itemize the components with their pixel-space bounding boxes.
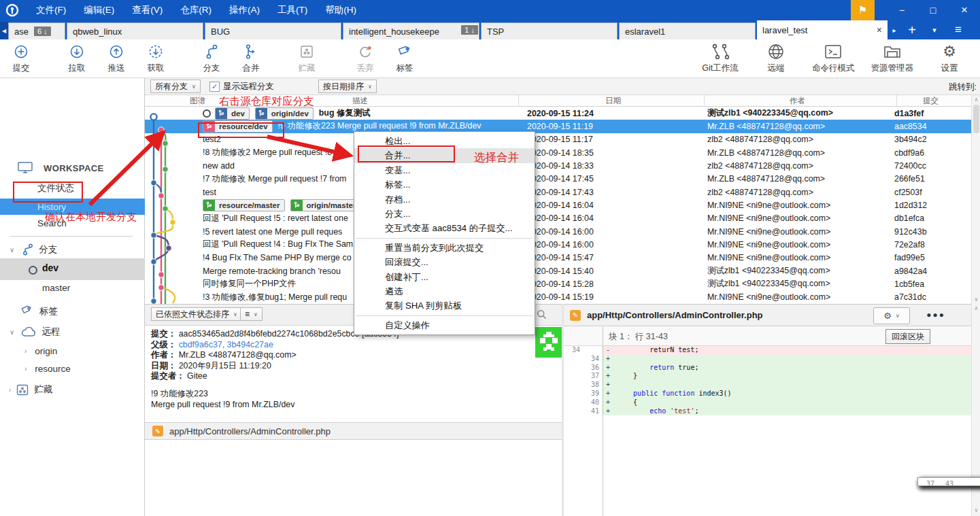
parent-commit-link[interactable]: cbdf9a6c37, 3b494c27ae: [179, 340, 273, 349]
table-row[interactable]: resource/masterorigin/master2020-09-14 1…: [145, 199, 971, 211]
new-tab-button[interactable]: +: [900, 22, 924, 38]
column-header-description[interactable]: 描述: [352, 96, 368, 106]
scrollbar-thumb[interactable]: [973, 105, 979, 133]
context-menu-item[interactable]: 创建补丁...: [354, 270, 535, 284]
table-row[interactable]: !5 revert latest one Merge pull reques20…: [145, 225, 971, 238]
show-remote-checkbox[interactable]: ✓ 显示远程分支: [209, 81, 274, 92]
context-menu-item[interactable]: 标签...: [354, 177, 535, 192]
sidebar-item-remote-resource[interactable]: › resource: [24, 364, 71, 374]
menubar-item[interactable]: 仓库(R): [171, 0, 220, 20]
toolbar-label: 资源管理器: [871, 63, 914, 74]
column-header-graph[interactable]: 图谱: [190, 96, 205, 106]
menubar-item[interactable]: 文件(F): [27, 0, 75, 20]
table-row[interactable]: 同时修复同一个PHP文件2020-09-14 15:28测试zlb1 <9402…: [145, 277, 971, 290]
sidebar-item-remote-origin[interactable]: › origin: [24, 346, 57, 356]
scroll-up-icon[interactable]: ∧: [972, 305, 980, 311]
branch-badge-resource/master: resource/master: [203, 199, 285, 211]
fetch-icon: [148, 41, 164, 62]
commit-message: !9 功能修改223 Merge pull request !9 from Mr…: [151, 389, 399, 410]
diff-marker: +: [602, 390, 617, 398]
toolbar-push-button[interactable]: 推送: [97, 41, 136, 74]
context-menu-item[interactable]: 交互式变基 aac8534 的子提交...: [354, 221, 535, 235]
context-menu-item[interactable]: 分支...: [354, 207, 535, 221]
context-menu-item[interactable]: 自定义操作: [354, 318, 535, 332]
table-row[interactable]: new add2020-09-14 18:33zlb2 <488747128@q…: [145, 159, 971, 172]
menubar-item[interactable]: 工具(T): [269, 0, 316, 20]
file-sort-dropdown[interactable]: 已依照文件状态排序∨: [151, 307, 242, 321]
tab-scroll-left-icon[interactable]: ◀: [0, 22, 8, 39]
toolbar-remote-button[interactable]: 远端: [754, 41, 798, 74]
tab-dropdown-icon[interactable]: ▾: [924, 26, 945, 35]
tab-BUG[interactable]: BUG: [205, 22, 341, 39]
toolbar-terminal-button[interactable]: 命令行模式: [809, 41, 858, 74]
menubar-item[interactable]: 查看(V): [123, 0, 171, 20]
changed-file-row[interactable]: ✎ app/Http/Controllers/AdminController.p…: [145, 422, 562, 440]
toolbar-merge-button[interactable]: 合并: [231, 41, 271, 74]
sort-order-dropdown[interactable]: 按日期排序∨: [318, 80, 377, 93]
sidebar-section-remotes[interactable]: ∨ 远程: [10, 326, 60, 338]
tab-close-icon[interactable]: ×: [871, 24, 882, 35]
search-icon[interactable]: [537, 309, 547, 322]
sidebar-section-tags[interactable]: 标签: [20, 305, 58, 317]
tab-intelligent_housekeepe[interactable]: intelligent_housekeepe1 ↓: [343, 22, 479, 39]
menubar-item[interactable]: 帮助(H): [316, 0, 365, 20]
column-header-date[interactable]: 日期: [605, 96, 621, 106]
table-row[interactable]: !7 功能修改 Merge pull request !7 from2020-0…: [145, 173, 971, 186]
sidebar-section-stash[interactable]: › 贮藏: [9, 383, 52, 396]
toolbar-fetch-button[interactable]: 获取: [136, 41, 175, 74]
diff-options-button[interactable]: ⚙∨: [873, 307, 910, 324]
sidebar-item-branch-dev[interactable]: dev: [0, 258, 145, 280]
flag-button[interactable]: ⚑: [851, 0, 875, 20]
scroll-down-icon[interactable]: ∨: [972, 507, 980, 513]
toolbar-branch-button[interactable]: 分支: [192, 41, 231, 74]
tab-ase[interactable]: ase6 ↓: [8, 22, 65, 39]
menubar-item[interactable]: 编辑(E): [75, 0, 123, 20]
toolbar-tag-button[interactable]: 标签: [385, 41, 424, 74]
column-header-commit[interactable]: 提交: [923, 96, 939, 106]
history-scrollbar[interactable]: ∧ ∨: [971, 95, 980, 304]
toolbar-explorer-button[interactable]: 资源管理器: [868, 41, 917, 74]
branch-badge-dev: dev: [215, 107, 250, 120]
tab-menu-icon[interactable]: ≡: [945, 23, 972, 37]
table-row[interactable]: !4 Bug FIx The Same PHP By merge co2020-…: [145, 252, 971, 264]
table-row[interactable]: 回退 'Pull Request !4 : Bug FIx The Sam202…: [145, 238, 971, 251]
minimize-button[interactable]: −: [886, 0, 917, 20]
sidebar-section-branches[interactable]: ∨ 分支: [10, 243, 57, 256]
context-menu-item[interactable]: 遴选: [354, 284, 535, 298]
tab-qbweb_linux[interactable]: qbweb_linux: [67, 22, 203, 39]
scroll-up-icon[interactable]: ∧: [972, 97, 980, 103]
table-row[interactable]: !8 功能修改2 Merge pull request !8 fro2020-0…: [145, 146, 971, 159]
scroll-down-icon[interactable]: ∨: [972, 296, 980, 303]
close-button[interactable]: ×: [949, 0, 980, 20]
menubar-item[interactable]: 操作(A): [220, 0, 269, 20]
table-row[interactable]: !3 功能修改,修复bug1; Merge pull requ2020-09-1…: [145, 291, 971, 304]
tab-eslaravel1[interactable]: eslaravel1: [619, 22, 756, 39]
table-row[interactable]: test2020-09-14 17:43zlb2 <488747128@qq.c…: [145, 186, 971, 199]
tab-scroll-right-icon[interactable]: ▸: [889, 27, 900, 34]
sidebar-item-branch-master[interactable]: master: [42, 283, 70, 293]
maximize-button[interactable]: □: [917, 0, 949, 20]
commit-message-text: !7 功能修改 Merge pull request !7 from: [203, 173, 346, 185]
tab-laravel_test[interactable]: laravel_test×: [757, 20, 888, 39]
tab-label: laravel_test: [762, 25, 807, 35]
commit-author-cell: zlb2 <488747128@qq.com>: [707, 186, 813, 199]
column-header-author[interactable]: 作者: [790, 96, 805, 106]
context-menu-item[interactable]: 复制 SHA 到剪贴板: [354, 298, 535, 313]
revert-hunk-button[interactable]: 回滚区块: [885, 329, 930, 344]
view-mode-dropdown[interactable]: ≡∨: [240, 307, 263, 321]
context-menu-item[interactable]: 重置当前分支到此次提交: [354, 241, 535, 255]
toolbar-pull-button[interactable]: 拉取: [57, 41, 97, 74]
branch-filter-dropdown[interactable]: 所有分支∨: [150, 80, 201, 93]
toolbar-label: Git工作流: [702, 63, 738, 74]
toolbar-settings-button[interactable]: ⚙设置: [927, 41, 972, 74]
commit-author-cell: Mr.NI9NE <ni9ne@outlook.com>: [707, 212, 830, 225]
tab-TSP[interactable]: TSP: [481, 22, 618, 39]
table-row[interactable]: Merge remote-tracking branch 'resou2020-…: [145, 264, 971, 277]
toolbar-workflow-button[interactable]: Git工作流: [698, 41, 743, 74]
toolbar-commit-button[interactable]: 提交: [1, 41, 41, 74]
more-options-icon[interactable]: ●●●: [926, 310, 945, 320]
tab-badge: 6 ↓: [34, 27, 51, 36]
context-menu-item[interactable]: 回滚提交...: [354, 255, 535, 269]
context-menu-item[interactable]: 存档...: [354, 192, 535, 207]
table-row[interactable]: 回退 'Pull Request !5 : revert latest one2…: [145, 212, 971, 225]
